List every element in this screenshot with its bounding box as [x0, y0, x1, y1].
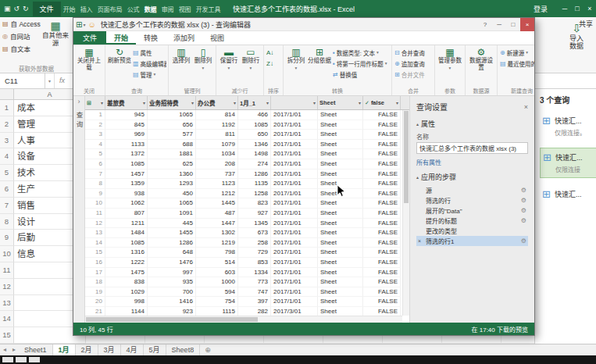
split-column-button[interactable]: ▥ 拆分列 ▾ — [285, 47, 307, 72]
close-panel-icon[interactable]: × — [524, 103, 528, 111]
grid-cell[interactable]: 729 — [238, 248, 271, 258]
grid-cell[interactable]: FALSE — [363, 277, 401, 287]
grid-cell[interactable]: Sheet — [318, 170, 363, 180]
grid-cell[interactable]: Sheet — [318, 297, 363, 307]
grid-cell[interactable]: 445 — [148, 219, 196, 229]
grid-row-number[interactable]: 1 — [85, 110, 105, 120]
close-icon[interactable]: × — [584, 0, 596, 17]
dropdown-icon[interactable]: ▾ — [100, 100, 103, 105]
grid-cell[interactable]: FALSE — [363, 219, 401, 229]
sign-in-label[interactable]: 登录 — [534, 4, 548, 14]
grid-cell[interactable]: 2017/1/01 — [271, 268, 318, 278]
combine-files-button[interactable]: ⊞合并文件 — [394, 69, 433, 80]
excel-ribbon-tab[interactable]: 插入 — [78, 2, 95, 16]
sort-ascending-button[interactable]: A↓ — [266, 47, 281, 58]
grid-cell[interactable]: 466 — [238, 110, 271, 120]
row-number[interactable]: 13 — [0, 295, 14, 312]
grid-cell[interactable]: 1065 — [148, 110, 196, 120]
grid-cell[interactable]: 2017/1/01 — [271, 149, 318, 159]
grid-cell[interactable]: 514 — [196, 258, 238, 268]
grid-cell[interactable]: 1212 — [196, 189, 238, 199]
properties-section-header[interactable]: ▴ 属性 — [416, 119, 528, 129]
grid-row-number[interactable]: 8 — [85, 179, 105, 189]
data-type-button[interactable]: ▪数据类型: 文本▾ — [332, 47, 390, 58]
sheet-tab[interactable]: 5月 — [144, 344, 166, 355]
select-all-corner[interactable] — [0, 89, 14, 99]
grid-cell[interactable]: FALSE — [363, 248, 401, 258]
grid-cell[interactable]: 969 — [105, 130, 148, 140]
remove-rows-button[interactable]: ▭ 删除行 ▾ — [240, 47, 262, 72]
sheet-nav-right-icon[interactable]: ▸ — [9, 344, 19, 355]
name-box-dropdown-icon[interactable]: ▾ — [45, 73, 55, 88]
grid-cell[interactable]: 2017/1/01 — [271, 228, 318, 238]
sheet-tab[interactable]: Sheet1 — [19, 344, 53, 355]
grid-cell[interactable]: 1316 — [105, 248, 148, 258]
applied-step[interactable]: ×筛选的行1⚙ — [416, 236, 528, 246]
gear-icon[interactable]: ⚙ — [521, 197, 526, 204]
grid-cell[interactable]: FALSE — [363, 149, 401, 159]
minimize-icon[interactable]: ─ — [559, 0, 571, 17]
grid-cell[interactable]: FALSE — [363, 120, 401, 130]
grid-cell[interactable]: FALSE — [363, 228, 401, 238]
excel-ribbon-tab[interactable]: 视图 — [177, 2, 194, 16]
grid-cell[interactable]: 1144 — [105, 307, 148, 316]
recent-sources-button[interactable]: ▤最近使用的源▾ — [499, 58, 534, 69]
keep-rows-button[interactable]: ▬ 保留行 ▾ — [218, 47, 240, 72]
filter-icon[interactable]: ▾ — [191, 100, 194, 105]
excel-ribbon-tab[interactable]: 数据 — [142, 2, 159, 16]
grid-cell[interactable]: 1484 — [105, 228, 148, 238]
grid-cell[interactable]: 1457 — [105, 170, 148, 180]
group-by-button[interactable]: ⊞ 分组依据 — [307, 47, 332, 66]
grid-cell[interactable]: FALSE — [363, 140, 401, 150]
gear-icon[interactable]: ⚙ — [521, 217, 526, 224]
grid-cell[interactable]: 807 — [105, 209, 148, 219]
grid-cell[interactable]: 1286 — [148, 238, 196, 248]
row-number[interactable]: 11 — [0, 262, 14, 279]
scrollbar-thumb[interactable] — [86, 317, 258, 322]
grid-cell[interactable]: FALSE — [363, 268, 401, 278]
query-list-item[interactable]: ⊞快速汇...仅限连接 — [540, 148, 596, 178]
grid-row-number[interactable]: 6 — [85, 159, 105, 170]
grid-cell[interactable]: 1085 — [105, 159, 148, 170]
sheet-tab[interactable]: Sheet8 — [166, 344, 201, 355]
grid-cell[interactable]: 838 — [105, 277, 148, 287]
grid-cell[interactable]: 998 — [105, 297, 148, 307]
grid-cell[interactable]: 1286 — [238, 170, 271, 180]
name-box[interactable]: C11 — [0, 73, 45, 88]
grid-row-number[interactable]: 4 — [85, 140, 105, 150]
row-number[interactable]: 4 — [0, 148, 14, 165]
grid-column-header[interactable]: 1月_1▾ — [238, 96, 271, 109]
grid-cell[interactable]: Sheet — [318, 258, 363, 268]
taskbar-item[interactable] — [16, 357, 27, 362]
grid-row-number[interactable]: 15 — [85, 248, 105, 258]
grid-cell[interactable]: FALSE — [363, 209, 401, 219]
remove-columns-button[interactable]: ▯ 删除列 ▾ — [192, 47, 214, 72]
grid-row-number[interactable]: 12 — [85, 219, 105, 229]
grid-cell[interactable]: 2017/1/01 — [271, 277, 318, 287]
taskbar-item[interactable] — [29, 357, 40, 362]
grid-cell[interactable]: 1258 — [238, 189, 271, 199]
grid-row-number[interactable]: 18 — [85, 277, 105, 287]
grid-cell[interactable]: FALSE — [363, 130, 401, 140]
choose-columns-button[interactable]: ▥ 选择列 — [170, 47, 192, 66]
grid-column-header[interactable]: 业务招待费▾ — [148, 96, 196, 109]
grid-cell[interactable]: Sheet — [318, 140, 363, 150]
grid-cell[interactable]: FALSE — [363, 307, 401, 316]
grid-cell[interactable]: 1222 — [105, 258, 148, 268]
grid-cell[interactable]: 2017/1/01 — [271, 189, 318, 199]
excel-ribbon-tab[interactable]: 审阅 — [159, 2, 177, 16]
grid-cell[interactable]: 798 — [196, 248, 238, 258]
grid-cell[interactable]: 656 — [148, 120, 196, 130]
grid-cell[interactable]: 2017/3/01 — [271, 307, 318, 316]
row-number[interactable]: 6 — [0, 181, 14, 198]
row-number[interactable]: 15 — [0, 327, 14, 344]
horizontal-scrollbar[interactable] — [85, 316, 402, 323]
sheet-tab[interactable]: 4月 — [121, 344, 144, 355]
applied-steps-section-header[interactable]: ▴ 应用的步骤 — [416, 172, 528, 182]
grid-cell[interactable]: 814 — [196, 110, 238, 120]
grid-cell[interactable]: Sheet — [318, 228, 363, 238]
grid-cell[interactable]: 2017/1/01 — [271, 238, 318, 248]
close-and-load-button[interactable]: ▦ 关闭并上载 — [75, 47, 103, 72]
grid-cell[interactable]: 1133 — [105, 140, 148, 150]
advanced-editor-button[interactable]: ▥高级编辑器 — [132, 58, 166, 69]
